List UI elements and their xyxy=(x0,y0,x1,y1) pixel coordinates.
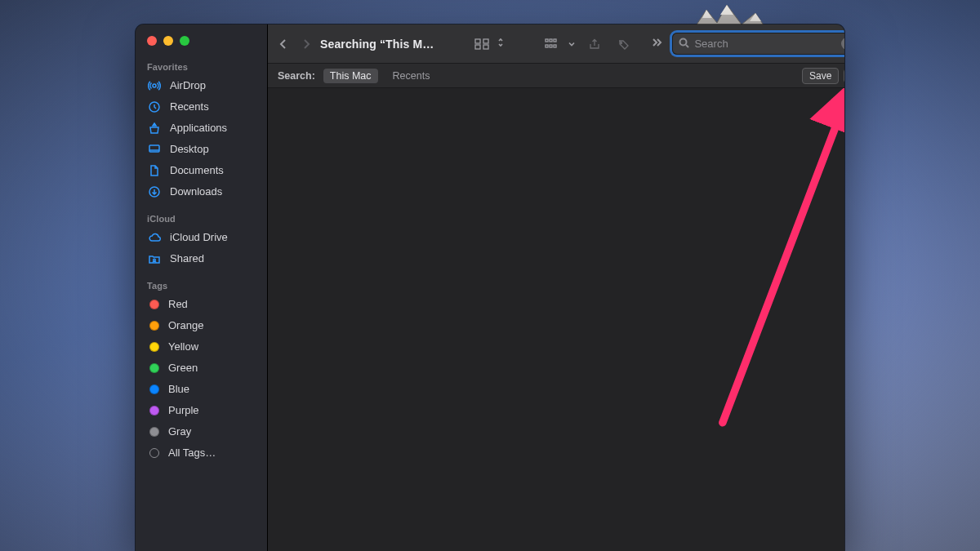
sidebar-section-tags-title: Tags xyxy=(136,276,267,294)
finder-window: Favorites AirDrop Recents Applications D… xyxy=(136,24,844,551)
sidebar-item-icloud-drive[interactable]: iCloud Drive xyxy=(136,227,267,248)
sidebar-item-downloads[interactable]: Downloads xyxy=(136,181,267,202)
share-button[interactable] xyxy=(584,35,605,53)
sidebar-tag-orange[interactable]: Orange xyxy=(136,315,267,336)
sidebar-item-recents[interactable]: Recents xyxy=(136,96,267,118)
all-tags-icon xyxy=(149,448,159,458)
add-criteria-button[interactable]: + xyxy=(844,69,844,83)
search-field[interactable]: ✕ xyxy=(672,33,844,55)
scope-bar: Search: This Mac Recents Save + xyxy=(268,64,844,88)
svg-rect-13 xyxy=(550,45,552,47)
sidebar-tag-red[interactable]: Red xyxy=(136,294,267,315)
svg-point-4 xyxy=(154,259,156,261)
svg-rect-6 xyxy=(483,39,488,43)
sidebar-item-label: Downloads xyxy=(170,184,222,199)
sidebar-item-label: Red xyxy=(168,297,188,312)
sidebar-item-documents[interactable]: Documents xyxy=(136,160,267,181)
sidebar-item-label: Purple xyxy=(168,403,199,418)
sidebar-item-label: Desktop xyxy=(170,142,209,157)
view-options-button[interactable] xyxy=(471,35,504,53)
sidebar-item-desktop[interactable]: Desktop xyxy=(136,139,267,160)
sidebar-item-shared[interactable]: Shared xyxy=(136,248,267,269)
sidebar-item-label: Yellow xyxy=(168,340,198,354)
window-close-button[interactable] xyxy=(147,36,157,46)
up-down-chevron-icon xyxy=(497,37,504,51)
tags-button[interactable] xyxy=(613,35,635,53)
sidebar-item-label: Blue xyxy=(168,382,189,397)
sidebar-tag-blue[interactable]: Blue xyxy=(136,379,267,400)
shared-folder-icon xyxy=(147,251,162,266)
sidebar-item-label: Gray xyxy=(168,424,191,439)
sidebar-tag-gray[interactable]: Gray xyxy=(136,421,267,442)
window-minimize-button[interactable] xyxy=(163,36,173,46)
main-pane: Searching “This M… xyxy=(268,24,844,551)
svg-rect-12 xyxy=(546,45,548,47)
sidebar-item-airdrop[interactable]: AirDrop xyxy=(136,75,267,96)
sidebar-item-label: Recents xyxy=(170,100,209,114)
tag-dot-icon xyxy=(149,427,159,437)
window-controls xyxy=(136,36,267,57)
sidebar-item-label: iCloud Drive xyxy=(170,230,228,245)
annotation-arrow xyxy=(268,88,844,551)
svg-rect-2 xyxy=(149,145,159,152)
sidebar: Favorites AirDrop Recents Applications D… xyxy=(136,24,268,551)
download-icon xyxy=(147,184,162,199)
sidebar-tag-green[interactable]: Green xyxy=(136,358,267,379)
share-icon xyxy=(587,38,602,50)
search-clear-button[interactable]: ✕ xyxy=(841,38,844,50)
nav-back-button[interactable] xyxy=(278,38,289,50)
sidebar-section-favorites-title: Favorites xyxy=(136,57,267,75)
sidebar-tag-all[interactable]: All Tags… xyxy=(136,442,267,464)
sidebar-tag-purple[interactable]: Purple xyxy=(136,400,267,421)
applications-icon xyxy=(147,121,162,136)
sidebar-item-label: Green xyxy=(168,361,198,375)
search-icon xyxy=(679,37,689,51)
tag-dot-icon xyxy=(149,363,159,373)
scope-option-this-mac[interactable]: This Mac xyxy=(323,69,378,83)
nav-forward-button[interactable] xyxy=(301,38,312,50)
tag-icon xyxy=(617,38,631,50)
sidebar-item-applications[interactable]: Applications xyxy=(136,118,267,139)
results-area xyxy=(268,88,844,551)
svg-rect-11 xyxy=(554,39,556,42)
svg-rect-10 xyxy=(550,39,552,42)
svg-rect-5 xyxy=(475,39,480,43)
grid-icon xyxy=(471,35,492,53)
svg-rect-7 xyxy=(475,45,480,49)
save-search-button[interactable]: Save xyxy=(802,68,839,84)
sidebar-item-label: Documents xyxy=(170,163,224,178)
svg-point-16 xyxy=(680,38,687,45)
search-input[interactable] xyxy=(694,38,836,50)
tag-dot-icon xyxy=(149,384,159,394)
sidebar-item-label: Applications xyxy=(170,121,227,136)
document-icon xyxy=(147,163,162,178)
group-by-button[interactable] xyxy=(541,35,576,53)
window-zoom-button[interactable] xyxy=(180,36,189,46)
desktop-icon xyxy=(147,142,162,157)
window-title: Searching “This M… xyxy=(320,38,434,51)
tag-dot-icon xyxy=(149,321,159,331)
sidebar-item-label: All Tags… xyxy=(168,446,216,460)
tag-dot-icon xyxy=(149,342,159,352)
airdrop-icon xyxy=(147,78,162,93)
tag-dot-icon xyxy=(149,406,159,415)
group-icon xyxy=(541,35,563,53)
nav-arrows xyxy=(278,38,312,50)
sidebar-item-label: Orange xyxy=(168,318,203,333)
svg-line-17 xyxy=(723,104,844,423)
sidebar-section-icloud-title: iCloud xyxy=(136,209,267,227)
sidebar-item-label: Shared xyxy=(170,251,204,266)
sidebar-tag-yellow[interactable]: Yellow xyxy=(136,336,267,358)
svg-rect-8 xyxy=(483,45,488,49)
chevron-double-right-icon xyxy=(651,37,662,48)
svg-rect-9 xyxy=(546,39,548,42)
clock-icon xyxy=(147,100,162,114)
scope-label: Search: xyxy=(278,70,315,82)
svg-point-0 xyxy=(153,84,156,87)
scope-option-recents[interactable]: Recents xyxy=(386,69,437,83)
chevron-down-icon xyxy=(568,37,576,51)
toolbar-overflow-button[interactable] xyxy=(651,37,662,51)
svg-point-15 xyxy=(621,42,622,43)
tag-dot-icon xyxy=(149,300,159,309)
toolbar: Searching “This M… xyxy=(268,24,844,64)
